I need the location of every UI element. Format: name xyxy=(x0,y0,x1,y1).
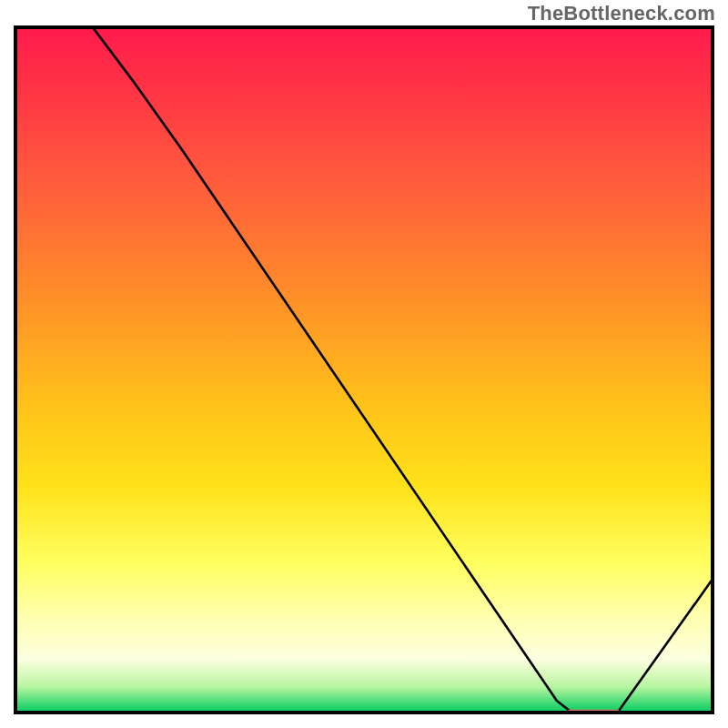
chart-overlay xyxy=(14,25,714,714)
chart-container: { "attribution": "TheBottleneck.com", "c… xyxy=(0,0,728,728)
attribution-text: TheBottleneck.com xyxy=(528,2,715,25)
curve-line xyxy=(14,25,714,714)
plot-outer xyxy=(14,25,714,714)
optimal-marker xyxy=(567,710,620,714)
